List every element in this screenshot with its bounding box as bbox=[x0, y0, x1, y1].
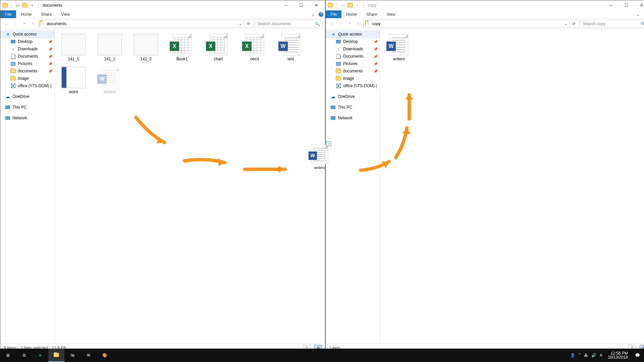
file-item-excel[interactable]: XBook1 bbox=[166, 33, 198, 63]
maximize-button[interactable]: ☐ bbox=[293, 0, 309, 10]
taskbar-mail-icon[interactable]: ✉ bbox=[80, 349, 97, 362]
tab-file[interactable]: File bbox=[326, 10, 341, 18]
tab-home[interactable]: Home bbox=[16, 10, 36, 18]
task-view-button[interactable]: ⧉ bbox=[16, 349, 32, 362]
tab-file[interactable]: File bbox=[0, 10, 16, 18]
tab-share[interactable]: Share bbox=[36, 10, 56, 18]
nav-up-button[interactable]: ↑ bbox=[29, 20, 37, 27]
volume-icon[interactable]: 🔊 bbox=[591, 353, 596, 358]
sidebar-item-quick-access[interactable]: ★Quick access bbox=[0, 31, 54, 38]
help-icon[interactable]: ? bbox=[317, 10, 325, 18]
refresh-icon[interactable]: ⟳ bbox=[244, 21, 252, 26]
maximize-button[interactable]: ☐ bbox=[619, 0, 634, 10]
tray-chevron-icon[interactable]: ˄ bbox=[579, 353, 581, 358]
tab-view[interactable]: View bbox=[382, 10, 400, 18]
nav-forward-button[interactable]: → bbox=[337, 20, 344, 27]
tab-home[interactable]: Home bbox=[341, 10, 362, 18]
minimize-button[interactable]: ─ bbox=[604, 0, 619, 10]
ime-icon[interactable]: A bbox=[600, 353, 602, 358]
pictures-icon bbox=[336, 61, 341, 66]
nav-back-button[interactable]: ← bbox=[3, 20, 10, 27]
address-dropdown-icon[interactable]: ⌄ bbox=[564, 21, 569, 26]
file-item-excel[interactable]: Xoecd bbox=[238, 33, 271, 63]
search-input[interactable]: Search documents 🔍 bbox=[255, 20, 322, 28]
file-list[interactable]: Wwriters bbox=[380, 29, 644, 344]
refresh-icon[interactable]: ⟳ bbox=[570, 21, 578, 26]
sidebar-item-desktop[interactable]: Desktop📌 bbox=[326, 38, 380, 45]
file-item-word[interactable]: Wwriters bbox=[383, 33, 415, 63]
nav-up-button[interactable]: ↑ bbox=[355, 20, 362, 27]
properties-icon[interactable]: ▭ bbox=[340, 3, 345, 8]
sidebar-item-this-pc[interactable]: This PC bbox=[0, 104, 54, 111]
sidebar-item-onedrive[interactable]: ☁OneDrive bbox=[0, 93, 54, 100]
nav-history-icon[interactable]: ▾ bbox=[346, 20, 353, 27]
breadcrumb-segment[interactable]: documents bbox=[45, 21, 68, 26]
system-tray[interactable]: 👤 ˄ 🖧 🔊 A bbox=[568, 353, 605, 358]
tab-view[interactable]: View bbox=[56, 10, 74, 18]
taskbar-clock[interactable]: 12:56 PM 10/13/2018 bbox=[605, 351, 631, 359]
sidebar-item-network[interactable]: Network bbox=[0, 114, 54, 122]
file-item-word-ghost[interactable]: Wwriters bbox=[94, 65, 126, 96]
close-button[interactable]: ✕ bbox=[634, 0, 644, 10]
new-folder-icon[interactable] bbox=[22, 3, 28, 8]
taskbar-edge-icon[interactable]: e bbox=[32, 349, 48, 362]
close-button[interactable]: ✕ bbox=[309, 0, 324, 10]
sidebar-item-downloads[interactable]: ↓Downloads📌 bbox=[0, 45, 54, 53]
file-item-excel[interactable]: Xchart bbox=[202, 33, 234, 63]
sidebar-item-folder-documents[interactable]: documents📌 bbox=[0, 67, 54, 75]
address-bar[interactable]: › documents ⌄ ⟳ bbox=[38, 20, 254, 28]
address-dropdown-icon[interactable]: ⌄ bbox=[239, 21, 244, 26]
sidebar-item-pictures[interactable]: Pictures📌 bbox=[0, 60, 54, 67]
sidebar-item-documents[interactable]: Documents📌 bbox=[326, 53, 380, 60]
sidebar-item-folder-image[interactable]: image bbox=[326, 75, 380, 82]
qat-dropdown-icon[interactable]: ▾ bbox=[355, 3, 360, 8]
sidebar-item-quick-access[interactable]: ★Quick access bbox=[326, 31, 380, 38]
minimize-button[interactable]: ─ bbox=[278, 0, 293, 10]
file-item-image[interactable]: 141_1 bbox=[57, 33, 90, 63]
folder-icon bbox=[10, 76, 16, 81]
clock-date: 10/13/2018 bbox=[608, 355, 628, 359]
nav-history-icon[interactable]: ▾ bbox=[20, 20, 28, 27]
action-center-icon[interactable]: 💬 bbox=[631, 349, 644, 362]
sidebar-item-documents[interactable]: Documents📌 bbox=[0, 53, 54, 60]
properties-icon[interactable]: ▭ bbox=[15, 3, 20, 8]
start-button[interactable]: ⊞ bbox=[0, 349, 16, 362]
file-list[interactable]: 141_1 141_2 141_3 XBook1 Xchart Xoecd Wt… bbox=[55, 29, 325, 344]
ribbon-expand-icon[interactable]: ⌄ bbox=[634, 10, 642, 18]
sidebar-item-network[interactable]: Network bbox=[326, 114, 380, 122]
sidebar-item-onedrive[interactable]: ☁OneDrive bbox=[326, 93, 380, 100]
ribbon-expand-icon[interactable]: ⌄ bbox=[309, 10, 317, 18]
chevron-right-icon[interactable]: › bbox=[41, 22, 45, 25]
file-item-image[interactable]: 141_3 bbox=[130, 33, 162, 63]
network-tray-icon[interactable]: 🖧 bbox=[584, 353, 588, 358]
sidebar-item-this-pc[interactable]: This PC bbox=[326, 104, 380, 111]
file-item-image[interactable]: 141_2 bbox=[94, 33, 126, 63]
sidebar-item-downloads[interactable]: ↓Downloads📌 bbox=[326, 45, 380, 53]
file-label: writers bbox=[393, 57, 405, 61]
breadcrumb-segment[interactable]: copy bbox=[371, 21, 382, 26]
sidebar-item-folder-image[interactable]: image bbox=[0, 75, 54, 82]
address-bar[interactable]: › copy ⌄ ⟳ bbox=[363, 20, 579, 28]
taskbar-store-icon[interactable]: 🛍 bbox=[64, 349, 80, 362]
sidebar-item-office[interactable]: 💽office (\\TS-DOM) ( bbox=[0, 82, 54, 89]
taskbar-paint-icon[interactable]: 🎨 bbox=[97, 349, 113, 362]
nav-forward-button[interactable]: → bbox=[12, 20, 19, 27]
sidebar-item-desktop[interactable]: Desktop📌 bbox=[0, 38, 54, 45]
taskbar-explorer-icon[interactable] bbox=[48, 349, 64, 362]
titlebar[interactable]: ▭ ▾ copy ─ ☐ ✕ bbox=[326, 0, 644, 10]
file-item-image[interactable]: word bbox=[57, 65, 90, 96]
tab-share[interactable]: Share bbox=[362, 10, 382, 18]
file-item-word[interactable]: Wtest bbox=[275, 33, 307, 63]
sidebar-item-folder-documents[interactable]: documents📌 bbox=[326, 67, 380, 75]
qat-dropdown-icon[interactable]: ▾ bbox=[30, 3, 35, 8]
chevron-right-icon[interactable]: › bbox=[366, 22, 370, 25]
people-icon[interactable]: 👤 bbox=[570, 353, 575, 358]
help-icon[interactable]: ? bbox=[642, 10, 644, 18]
sidebar-item-pictures[interactable]: Pictures📌 bbox=[326, 60, 380, 67]
new-folder-icon[interactable] bbox=[347, 3, 353, 8]
search-input[interactable]: Search copy 🔍 bbox=[581, 20, 644, 28]
sidebar-item-office[interactable]: 💽office (\\TS-DOM) ( bbox=[326, 82, 380, 89]
titlebar[interactable]: ▭ ▾ documents ─ ☐ ✕ bbox=[0, 0, 325, 10]
pc-icon bbox=[330, 105, 336, 110]
nav-back-button[interactable]: ← bbox=[328, 20, 336, 27]
